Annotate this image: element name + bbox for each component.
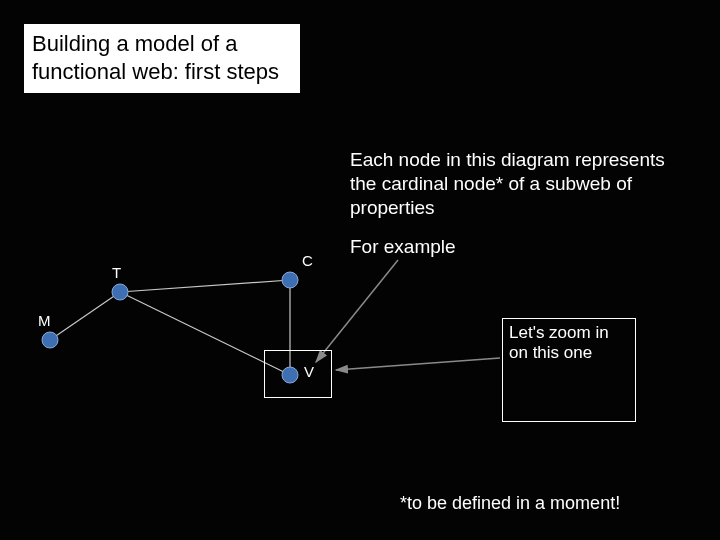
callout-box: Let's zoom in on this one [502, 318, 636, 422]
node-label-m: M [38, 312, 51, 329]
node-c [282, 272, 298, 288]
node-label-c: C [302, 252, 313, 269]
node-m [42, 332, 58, 348]
description-text: Each node in this diagram represents the… [350, 148, 680, 219]
callout-text: Let's zoom in on this one [509, 323, 609, 362]
for-example-label: For example [350, 236, 456, 258]
node-label-t: T [112, 264, 121, 281]
arrow-2 [336, 358, 500, 370]
edge-t-c [120, 280, 290, 292]
selection-box [264, 350, 332, 398]
slide-title: Building a model of a functional web: fi… [24, 24, 300, 93]
arrow-1 [316, 260, 398, 362]
node-t [112, 284, 128, 300]
node-label-v: V [304, 363, 314, 380]
edge-t-m [50, 292, 120, 340]
footnote-text: *to be defined in a moment! [400, 493, 620, 514]
